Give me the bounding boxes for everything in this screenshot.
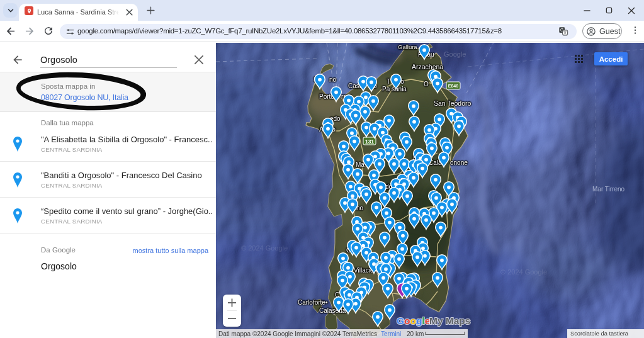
- svg-text:Dati mappa ©2024 Google Immagi: Dati mappa ©2024 Google Immagini ©2024 T…: [218, 330, 377, 337]
- svg-text:Calasetta: Calasetta: [319, 307, 346, 314]
- svg-text:131: 131: [365, 138, 374, 145]
- svg-text:Accedi: Accedi: [599, 55, 623, 63]
- svg-text:20 km: 20 km: [407, 330, 424, 337]
- svg-text:no: no: [329, 76, 337, 83]
- svg-text:Google: Google: [444, 50, 466, 58]
- svg-text:E840: E840: [448, 84, 458, 88]
- svg-text:Mar Tirreno: Mar Tirreno: [592, 186, 625, 193]
- svg-text:Termini: Termini: [381, 330, 401, 337]
- svg-text:My Maps: My Maps: [429, 315, 470, 326]
- svg-text:onone: onone: [450, 159, 468, 166]
- svg-text:Carloforte•: Carloforte•: [298, 299, 328, 306]
- svg-text:© 2024 Google: © 2024 Google: [241, 244, 288, 252]
- svg-text:© 2024 Google: © 2024 Google: [500, 268, 547, 276]
- svg-text:Gallura: Gallura: [398, 43, 417, 50]
- svg-text:Google: Google: [397, 315, 431, 326]
- svg-text:Ma: Ma: [356, 161, 364, 168]
- svg-text:Arzachena: Arzachena: [412, 63, 443, 70]
- svg-text:文: 文: [563, 30, 567, 35]
- svg-text:Scorciatoie da tastiera: Scorciatoie da tastiera: [570, 330, 629, 337]
- svg-text:San Teodoro: San Teodoro: [434, 99, 472, 107]
- svg-text:O: O: [424, 81, 429, 87]
